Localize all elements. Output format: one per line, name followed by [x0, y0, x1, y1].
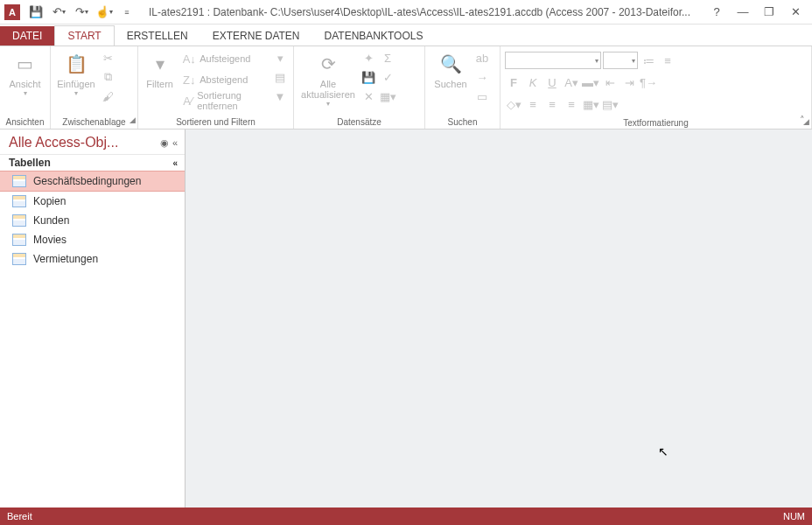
suchen-button[interactable]: 🔍 Suchen	[430, 49, 472, 91]
filtern-label: Filtern	[146, 79, 173, 89]
status-numlock: NUM	[783, 511, 805, 522]
format-painter-icon[interactable]: 🖌	[99, 88, 116, 105]
sortierung-entfernen-button[interactable]: A⁄Sortierung entfernen	[180, 91, 270, 110]
nav-item-geschaeftsbedingungen[interactable]: Geschäftsbedingungen	[0, 171, 185, 192]
view-icon: ▭	[12, 51, 38, 77]
section-collapse-icon[interactable]: «	[172, 158, 178, 168]
tab-start[interactable]: START	[54, 25, 114, 46]
decrease-indent-icon[interactable]: ⇤	[601, 74, 619, 91]
nav-item-label: Movies	[33, 234, 66, 246]
app-icon: A	[4, 4, 20, 20]
gridlines-icon[interactable]: ▦▾	[582, 95, 599, 113]
navigation-pane: Alle Access-Obj... ◉ « Tabellen « Geschä…	[0, 130, 186, 508]
save-icon[interactable]: 💾	[26, 3, 46, 22]
nav-item-movies[interactable]: Movies	[0, 230, 185, 249]
nav-collapse-icon[interactable]: «	[172, 137, 178, 148]
suchen-label: Suchen	[434, 79, 466, 89]
group-suchen: 🔍 Suchen ab → ▭ Suchen	[425, 46, 500, 129]
ansicht-button[interactable]: ▭ Ansicht ▾	[4, 49, 46, 99]
highlight-icon[interactable]: ▬▾	[582, 74, 599, 91]
group-label-suchen: Suchen	[425, 115, 500, 129]
einfuegen-label: Einfügen	[57, 79, 94, 89]
table-icon	[12, 175, 26, 187]
align-left-icon[interactable]: ≡	[524, 95, 542, 113]
ribbon: ▭ Ansicht ▾ Ansichten 📋 Einfügen ▾ ✂ ⧉ 🖌…	[0, 46, 812, 130]
body-area: Alle Access-Obj... ◉ « Tabellen « Geschä…	[0, 130, 812, 508]
restore-icon[interactable]: ❐	[758, 4, 780, 21]
tab-externe-daten[interactable]: EXTERNE DATEN	[200, 26, 312, 46]
align-center-icon[interactable]: ≡	[543, 95, 561, 113]
delete-record-icon[interactable]: ✕	[360, 88, 377, 105]
spelling-icon[interactable]: ✓	[379, 68, 396, 86]
nav-section-tabellen[interactable]: Tabellen «	[0, 154, 185, 171]
nav-item-kopien[interactable]: Kopien	[0, 192, 185, 211]
bullets-icon[interactable]: ≔	[640, 52, 657, 69]
tab-datei[interactable]: DATEI	[0, 26, 54, 46]
redo-icon[interactable]: ↷▾	[72, 3, 91, 22]
collapse-ribbon-icon[interactable]: ˄	[800, 115, 805, 126]
touch-mode-icon[interactable]: ☝▾	[94, 3, 114, 22]
more-records-icon[interactable]: ▦▾	[379, 88, 396, 105]
group-label-textformatierung: Textformatierung◢	[500, 116, 811, 129]
dialog-launcher-icon[interactable]: ◢	[130, 116, 136, 124]
align-right-icon[interactable]: ≡	[563, 95, 580, 113]
filtern-button[interactable]: ▾ Filtern	[143, 49, 177, 91]
find-icon: 🔍	[438, 51, 464, 77]
einfuegen-button[interactable]: 📋 Einfügen ▾	[55, 49, 97, 99]
cursor-pointer-icon: ↖	[658, 444, 668, 458]
filter-icon: ▾	[147, 51, 173, 77]
navigation-pane-title: Alle Access-Obj...	[9, 135, 118, 150]
save-record-icon[interactable]: 💾	[360, 68, 377, 86]
replace-icon[interactable]: ab	[473, 49, 491, 66]
font-size-dropdown[interactable]	[603, 52, 638, 69]
title-bar: A 💾 ↶▾ ↷▾ ☝▾ ≡ IL-ates2191 : Datenbank- …	[0, 0, 812, 24]
table-icon	[12, 214, 26, 227]
remove-sort-icon: A⁄	[182, 94, 193, 108]
new-record-icon[interactable]: ✦	[360, 49, 377, 66]
toggle-filter-icon[interactable]: ▼	[271, 88, 289, 105]
nav-item-kunden[interactable]: Kunden	[0, 211, 185, 230]
close-icon[interactable]: ✕	[784, 4, 807, 21]
font-name-dropdown[interactable]	[505, 52, 601, 69]
table-icon	[12, 195, 26, 207]
alle-aktualisieren-button[interactable]: ⟳ Alle aktualisieren ▾	[298, 49, 358, 109]
increase-indent-icon[interactable]: ⇥	[620, 74, 638, 91]
totals-icon[interactable]: Σ	[379, 49, 396, 66]
group-zwischenablage: 📋 Einfügen ▾ ✂ ⧉ 🖌 Zwischenablage◢	[51, 46, 138, 129]
copy-icon[interactable]: ⧉	[99, 68, 116, 86]
status-bar: Bereit NUM	[0, 508, 812, 525]
font-color-icon[interactable]: A▾	[563, 74, 580, 91]
tab-datenbanktools[interactable]: DATENBANKTOOLS	[312, 26, 436, 46]
table-icon	[12, 234, 26, 246]
nav-item-label: Kopien	[33, 195, 66, 207]
group-ansichten: ▭ Ansicht ▾ Ansichten	[0, 46, 51, 129]
bold-icon[interactable]: F	[505, 74, 522, 91]
help-icon[interactable]: ?	[705, 4, 728, 21]
selection-filter-icon[interactable]: ▾	[271, 49, 289, 66]
absteigend-button[interactable]: Z↓Absteigend	[180, 70, 270, 89]
quick-access-toolbar: 💾 ↶▾ ↷▾ ☝▾ ≡	[26, 3, 136, 22]
group-label-datensaetze: Datensätze	[294, 115, 424, 129]
numbering-icon[interactable]: ≡	[659, 52, 676, 69]
nav-item-label: Kunden	[33, 214, 69, 227]
tab-erstellen[interactable]: ERSTELLEN	[115, 26, 200, 46]
underline-icon[interactable]: U	[543, 74, 561, 91]
qat-customize-icon[interactable]: ≡	[117, 3, 136, 22]
minimize-icon[interactable]: —	[732, 4, 754, 21]
nav-dropdown-icon[interactable]: ◉	[160, 137, 169, 149]
ltr-icon[interactable]: ¶→	[640, 74, 657, 91]
alt-row-color-icon[interactable]: ▤▾	[601, 95, 619, 113]
sort-desc-icon: Z↓	[182, 73, 196, 87]
aufsteigend-button[interactable]: A↓Aufsteigend	[180, 49, 270, 68]
advanced-filter-icon[interactable]: ▤	[271, 68, 289, 86]
cut-icon[interactable]: ✂	[99, 49, 116, 66]
select-icon[interactable]: ▭	[473, 88, 491, 105]
fill-color-icon[interactable]: ◇▾	[505, 95, 522, 113]
navigation-pane-header[interactable]: Alle Access-Obj... ◉ «	[0, 130, 185, 154]
nav-item-vermietungen[interactable]: Vermietungen	[0, 249, 185, 269]
document-area: ↖	[186, 130, 812, 508]
window-title: IL-ates2191 : Datenbank- C:\Users\user4\…	[149, 6, 705, 18]
undo-icon[interactable]: ↶▾	[49, 3, 68, 22]
goto-icon[interactable]: →	[473, 68, 491, 86]
italic-icon[interactable]: K	[524, 74, 542, 91]
